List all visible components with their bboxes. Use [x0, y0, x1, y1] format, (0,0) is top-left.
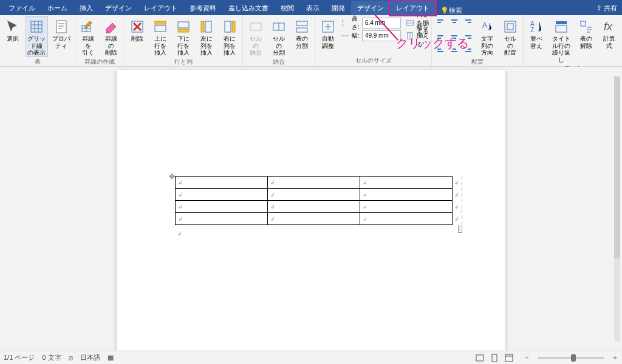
zoom-in-button[interactable]: ＋ — [612, 353, 618, 362]
insert-right-icon — [222, 19, 237, 34]
repeat-header-label: タイトル行の 繰り返し — [551, 35, 572, 63]
tab-references[interactable]: 参考資料 — [183, 1, 222, 15]
text-dir-label: 文字列の 方向 — [479, 35, 496, 56]
table-row[interactable]: ↲↲↲ — [176, 177, 453, 189]
group-size: 自動調整 高さ: 幅: — [315, 15, 432, 66]
view-print-layout[interactable] — [487, 352, 502, 364]
svg-rect-9 — [201, 21, 204, 32]
tab-layout[interactable]: レイアウト — [138, 1, 183, 15]
split-table-button[interactable]: 表の分割 — [292, 16, 312, 50]
share-button[interactable]: ⇪ 共有 — [592, 1, 622, 15]
svg-rect-47 — [476, 355, 484, 361]
draw-border-button[interactable]: 罫線を 引く — [78, 16, 98, 57]
view-read-mode[interactable] — [473, 352, 487, 364]
split-cells-button[interactable]: セルの 分割 — [268, 16, 289, 57]
convert-to-text-button[interactable]: 表の解除 — [576, 16, 596, 50]
tab-review[interactable]: 校閲 — [275, 1, 300, 15]
svg-rect-0 — [31, 21, 42, 32]
row-height-input[interactable] — [362, 18, 401, 29]
insert-below-button[interactable]: 下に行を 挿入 — [173, 16, 194, 57]
svg-rect-19 — [437, 19, 443, 21]
table-row[interactable]: ↲↲↲ — [176, 189, 453, 201]
view-gridlines-button[interactable]: グリッド線 の表示 — [26, 16, 48, 57]
group-table: 選択 グリッド線 の表示 プロパティ 表 — [0, 15, 75, 66]
insert-above-button[interactable]: 上に行を 挿入 — [150, 16, 171, 57]
align-bot-left[interactable] — [434, 43, 448, 56]
tab-design[interactable]: デザイン — [99, 1, 138, 15]
tab-table-design[interactable]: デザイン — [351, 1, 390, 15]
svg-rect-36 — [468, 49, 471, 50]
align-bot-center[interactable] — [448, 43, 461, 56]
align-top-left[interactable] — [434, 16, 448, 30]
merge-icon — [248, 19, 263, 34]
svg-rect-35 — [465, 51, 471, 52]
align-mid-center[interactable] — [448, 30, 461, 43]
tab-view[interactable]: 表示 — [300, 1, 326, 15]
document-table[interactable]: ↲↲↲ ↲↲↲ ↲↲↲ ↲↲↲ — [175, 176, 453, 225]
align-top-right[interactable] — [461, 16, 474, 30]
insert-right-button[interactable]: 右に列を 挿入 — [219, 16, 240, 57]
proofing-icon[interactable]: ⎚ — [69, 354, 73, 362]
search-group[interactable]: 💡 検索 — [440, 6, 462, 15]
align-mid-left[interactable] — [434, 30, 448, 43]
document-canvas[interactable]: ✥ ↲↲↲ ↲↲↲ ↲↲↲ ↲↲↲ ↲ ↲ ↲ ↲ ▫ ↲ — [0, 67, 622, 351]
tab-table-layout[interactable]: レイアウト — [390, 1, 436, 15]
view-buttons — [473, 352, 516, 364]
macro-recording-icon[interactable]: ▦ — [108, 354, 114, 362]
split-icon — [272, 19, 286, 34]
row-end-mark: ↲ — [454, 216, 459, 222]
tab-file[interactable]: ファイル — [2, 1, 41, 15]
svg-rect-33 — [451, 51, 457, 52]
share-label: 共有 — [604, 4, 617, 12]
formula-icon: fx — [602, 19, 617, 34]
status-page[interactable]: 1/1 ページ — [4, 353, 35, 362]
table-resize-handle-icon[interactable]: ▫ — [458, 226, 462, 233]
svg-rect-5 — [155, 21, 166, 24]
select-button[interactable]: 選択 — [2, 16, 23, 43]
svg-rect-12 — [250, 23, 261, 30]
group-data: AZ 並べ替え タイトル行の 繰り返し 表の解除 fx 計算式 — [524, 15, 622, 66]
status-language[interactable]: 日本語 — [80, 353, 100, 362]
svg-rect-7 — [178, 29, 189, 32]
svg-rect-49 — [505, 354, 513, 362]
grid-icon — [29, 19, 44, 34]
status-words[interactable]: 0 文字 — [42, 353, 61, 362]
vertical-scrollbar[interactable] — [612, 67, 622, 351]
row-end-mark: ↲ — [454, 204, 459, 210]
svg-rect-10 — [225, 21, 231, 32]
svg-rect-14 — [296, 21, 307, 25]
distribute-cols-button[interactable]: 幅を揃える — [406, 29, 429, 42]
zoom-slider[interactable] — [538, 357, 604, 359]
autofit-button[interactable]: 自動調整 — [318, 16, 338, 50]
eraser-button[interactable]: 罫線の 削除 — [101, 16, 121, 57]
pencil-table-icon — [81, 19, 95, 34]
table-row[interactable]: ↲↲↲ — [176, 213, 453, 225]
svg-rect-25 — [437, 35, 443, 36]
group-draw-label: 罫線の作成 — [78, 57, 121, 67]
align-top-center[interactable] — [448, 16, 461, 30]
repeat-header-button[interactable]: タイトル行の 繰り返し — [549, 16, 573, 64]
align-bot-right[interactable] — [461, 43, 474, 56]
tab-developer[interactable]: 開発 — [326, 1, 351, 15]
delete-button[interactable]: 削除 — [127, 16, 148, 43]
formula-button[interactable]: fx 計算式 — [599, 16, 620, 50]
zoom-out-button[interactable]: － — [524, 353, 530, 362]
cell-margins-button[interactable]: セルの 配置 — [500, 16, 521, 57]
tab-insert[interactable]: 挿入 — [73, 1, 99, 15]
col-width-input[interactable] — [362, 30, 401, 41]
text-direction-button[interactable]: A 文字列の 方向 — [477, 16, 497, 57]
sort-button[interactable]: AZ 並べ替え — [526, 16, 547, 50]
search-placeholder: 検索 — [449, 6, 462, 15]
properties-button[interactable]: プロパティ — [50, 16, 73, 50]
svg-rect-39 — [507, 24, 513, 30]
align-mid-right[interactable] — [461, 30, 474, 43]
view-web-layout[interactable] — [502, 352, 516, 364]
sort-label: 並べ替え — [528, 35, 545, 49]
svg-rect-22 — [453, 22, 456, 23]
properties-label: プロパティ — [52, 35, 71, 49]
insert-left-button[interactable]: 左に列を 挿入 — [196, 16, 217, 57]
tab-home[interactable]: ホーム — [41, 1, 73, 15]
tab-mailings[interactable]: 差し込み文書 — [222, 1, 275, 15]
table-move-handle-icon[interactable]: ✥ — [169, 172, 175, 181]
table-row[interactable]: ↲↲↲ — [176, 201, 453, 213]
